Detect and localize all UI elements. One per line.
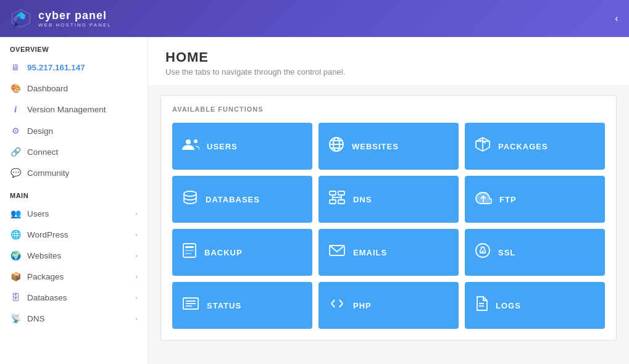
users-icon: 👥	[10, 209, 21, 218]
websites-icon: 🌍	[10, 250, 21, 260]
logs-button[interactable]: LOGS	[465, 282, 605, 329]
backup-func-label: BACKUP	[204, 248, 243, 257]
sidebar-item-label: Databases	[27, 293, 129, 302]
ftp-func-label: FTP	[499, 195, 517, 204]
logo-main: cyber panel	[38, 9, 112, 22]
svg-marker-4	[19, 19, 24, 25]
dns-button[interactable]: DNS	[319, 176, 459, 223]
main-section-title: MAIN	[0, 183, 148, 203]
websites-func-icon	[328, 136, 344, 156]
databases-button[interactable]: DATABASES	[172, 176, 312, 223]
ftp-func-icon	[475, 190, 492, 209]
logo-sub: WEB HOSTING PANEL	[38, 22, 112, 28]
sidebar-item-databases[interactable]: 🗄 Databases ›	[0, 287, 148, 308]
emails-button[interactable]: EMAILS	[319, 229, 459, 276]
sidebar-item-packages[interactable]: 📦 Packages ›	[0, 266, 148, 287]
community-icon: 💬	[10, 168, 21, 178]
sidebar-item-label: Users	[27, 209, 129, 218]
status-func-label: STATUS	[207, 301, 241, 310]
overview-section-title: OVERVIEW	[0, 37, 148, 57]
wordpress-icon: 🌐	[10, 230, 21, 239]
svg-rect-27	[185, 253, 191, 254]
packages-button[interactable]: PACKAGES	[465, 123, 605, 170]
sidebar-item-label: Version Management	[27, 105, 138, 114]
dashboard-icon: 🎨	[10, 83, 21, 93]
page-subtitle: Use the tabs to navigate through the con…	[165, 67, 612, 77]
svg-rect-16	[330, 200, 336, 204]
sidebar-item-label: Websites	[27, 251, 129, 260]
svg-rect-14	[330, 191, 336, 195]
sidebar-item-dns[interactable]: 📡 DNS ›	[0, 308, 148, 329]
sidebar-item-server-ip[interactable]: 🖥 95.217.161.147	[0, 57, 148, 78]
ssl-button[interactable]: SSL	[465, 229, 605, 276]
logo-icon	[10, 7, 32, 30]
sidebar-item-label: Community	[27, 168, 138, 178]
logo-text: cyber panel WEB HOSTING PANEL	[38, 9, 112, 28]
svg-rect-17	[338, 200, 344, 204]
chevron-right-icon: ›	[135, 273, 138, 280]
php-button[interactable]: PHP	[319, 282, 459, 329]
dns-func-label: DNS	[353, 195, 372, 204]
databases-func-icon	[182, 189, 198, 209]
svg-marker-3	[13, 15, 17, 22]
chevron-right-icon: ›	[135, 252, 138, 259]
functions-grid: USERS WEBSITES PACKAGES	[172, 123, 605, 329]
sidebar-item-label: Design	[27, 126, 138, 136]
backup-func-icon	[182, 242, 197, 262]
websites-func-label: WEBSITES	[352, 142, 399, 151]
status-button[interactable]: STATUS	[172, 282, 312, 329]
sidebar-item-label: WordPress	[27, 230, 129, 239]
svg-rect-25	[185, 246, 194, 248]
sidebar-item-websites[interactable]: 🌍 Websites ›	[0, 245, 148, 266]
sidebar-toggle-button[interactable]: ‹	[604, 0, 629, 37]
svg-point-30	[482, 250, 484, 252]
users-button[interactable]: USERS	[172, 123, 312, 170]
chevron-right-icon: ›	[135, 231, 138, 238]
main-content: HOME Use the tabs to navigate through th…	[148, 37, 629, 364]
sidebar-item-label: DNS	[27, 314, 129, 323]
logs-func-icon	[475, 296, 488, 315]
packages-func-icon	[475, 136, 491, 156]
ssl-func-icon	[475, 242, 491, 262]
svg-point-6	[186, 139, 191, 144]
dns-icon: 📡	[10, 313, 21, 323]
sidebar-item-label: Packages	[27, 272, 129, 281]
svg-marker-5	[14, 22, 19, 26]
sidebar-item-label: Dashboard	[27, 84, 138, 93]
svg-point-7	[194, 139, 198, 143]
chevron-right-icon: ›	[135, 315, 138, 322]
svg-rect-26	[185, 250, 194, 251]
users-func-label: USERS	[207, 142, 238, 151]
php-func-icon	[328, 297, 346, 314]
sidebar-item-users[interactable]: 👥 Users ›	[0, 203, 148, 224]
monitor-icon: 🖥	[10, 62, 21, 72]
emails-func-icon	[328, 244, 346, 261]
sidebar-item-wordpress[interactable]: 🌐 WordPress ›	[0, 224, 148, 245]
logo: cyber panel WEB HOSTING PANEL	[10, 7, 112, 30]
sidebar-item-design[interactable]: ⚙ Design	[0, 120, 148, 141]
sidebar-item-version-management[interactable]: i Version Management	[0, 99, 148, 120]
packages-func-label: PACKAGES	[498, 142, 548, 151]
chevron-right-icon: ›	[135, 210, 138, 217]
sidebar-item-connect[interactable]: 🔗 Connect	[0, 141, 148, 162]
sidebar-item-label: Connect	[27, 147, 138, 157]
sidebar-item-community[interactable]: 💬 Community	[0, 162, 148, 183]
databases-func-label: DATABASES	[206, 195, 260, 204]
status-func-icon	[182, 297, 199, 314]
backup-button[interactable]: BACKUP	[172, 229, 312, 276]
users-func-icon	[182, 138, 199, 155]
server-ip-label: 95.217.161.147	[27, 63, 138, 72]
ssl-func-label: SSL	[498, 248, 515, 257]
gear-icon: ⚙	[10, 126, 21, 136]
sidebar-item-dashboard[interactable]: 🎨 Dashboard	[0, 78, 148, 99]
functions-title: AVAILABLE FUNCTIONS	[172, 105, 605, 113]
php-func-label: PHP	[353, 301, 372, 310]
databases-icon: 🗄	[10, 292, 21, 302]
emails-func-label: EMAILS	[353, 248, 387, 257]
websites-button[interactable]: WEBSITES	[319, 123, 459, 170]
ftp-button[interactable]: FTP	[465, 176, 605, 223]
packages-icon: 📦	[10, 271, 21, 281]
sidebar: OVERVIEW 🖥 95.217.161.147 🎨 Dashboard i …	[0, 37, 148, 364]
main-layout: OVERVIEW 🖥 95.217.161.147 🎨 Dashboard i …	[0, 37, 629, 364]
svg-rect-15	[338, 191, 344, 195]
